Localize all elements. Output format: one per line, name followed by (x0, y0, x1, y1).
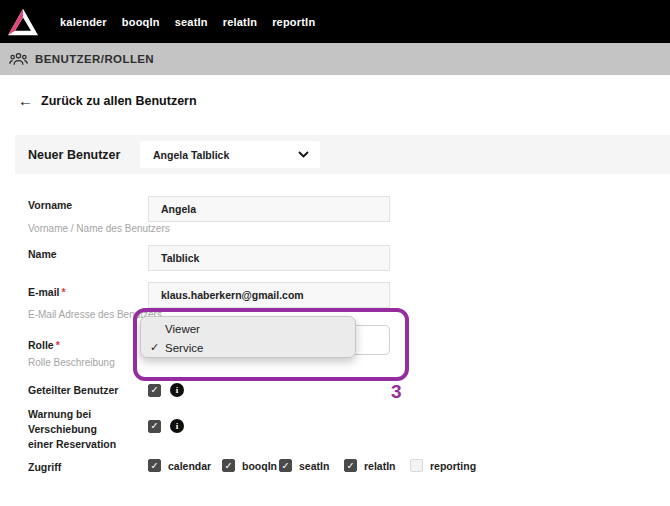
users-icon (9, 52, 28, 67)
zugriff-option-seatin: ✓ seatIn (279, 459, 329, 472)
section-header: BENUTZER/ROLLEN (0, 43, 670, 75)
calendar-checkbox[interactable]: ✓ (148, 459, 161, 472)
check-icon: ✓ (151, 385, 159, 395)
role-option-service[interactable]: ✓ Service (141, 338, 355, 357)
geteilter-benutzer-label: Geteilter Benutzer (28, 384, 118, 396)
nav-item-kalender[interactable]: kalender (60, 16, 107, 28)
new-user-panel: Neuer Benutzer Angela Talblick (15, 135, 670, 174)
zugriff-option-calendar: ✓ calendar (148, 459, 211, 472)
zugriff-label: Zugriff (28, 461, 61, 473)
warnung-label: Warnung bei Verschiebungeiner Reservatio… (28, 407, 148, 452)
zugriff-option-relatin: ✓ relatIn (344, 459, 396, 472)
rolle-helper: Rolle Beschreibung (28, 357, 115, 368)
role-dropdown-menu: Viewer ✓ Service (140, 316, 356, 358)
nav-menu: kalender booqIn seatIn relatIn reportIn (45, 16, 315, 28)
user-select[interactable]: Angela Talblick (140, 141, 320, 168)
back-link-label: Zurück zu allen Benutzern (41, 94, 197, 108)
zugriff-option-reporting: ✓ reporting (410, 459, 476, 472)
nav-item-reportin[interactable]: reportIn (272, 16, 315, 28)
app-logo[interactable] (8, 7, 38, 36)
zugriff-option-booqin: ✓ booqIn (222, 459, 277, 472)
rolle-required-mark: * (56, 339, 60, 351)
vorname-input[interactable] (148, 196, 390, 222)
reporting-checkbox[interactable]: ✓ (410, 459, 423, 472)
warnung-checkbox[interactable]: ✓ (148, 420, 161, 433)
new-user-label: Neuer Benutzer (28, 148, 120, 162)
annotation-step-number: 3 (391, 381, 402, 403)
warnung-controls: ✓ i (148, 419, 184, 433)
top-navbar: kalender booqIn seatIn relatIn reportIn (0, 0, 670, 43)
rolle-label: Rolle* (28, 339, 60, 351)
geteilter-benutzer-controls: ✓ i (148, 383, 184, 397)
booqin-checkbox[interactable]: ✓ (222, 459, 235, 472)
nav-item-booqin[interactable]: booqIn (122, 16, 160, 28)
vorname-label: Vorname (28, 199, 72, 211)
check-icon: ✓ (150, 341, 159, 354)
info-icon[interactable]: i (170, 383, 184, 397)
check-icon: ✓ (151, 421, 159, 431)
back-to-users-link[interactable]: ← Zurück zu allen Benutzern (18, 93, 197, 108)
email-label: E-mail* (28, 286, 66, 298)
page-title: BENUTZER/ROLLEN (35, 53, 154, 65)
nav-item-seatin[interactable]: seatIn (175, 16, 208, 28)
role-option-viewer[interactable]: Viewer (141, 319, 355, 338)
app-window: kalender booqIn seatIn relatIn reportIn … (0, 0, 670, 506)
info-icon[interactable]: i (170, 419, 184, 433)
seatin-checkbox[interactable]: ✓ (279, 459, 292, 472)
chevron-down-icon (298, 151, 309, 158)
nav-item-relatin[interactable]: relatIn (223, 16, 257, 28)
email-input[interactable] (148, 282, 390, 308)
user-select-value: Angela Talblick (153, 149, 298, 161)
back-arrow-icon: ← (18, 93, 33, 108)
name-input[interactable] (148, 245, 390, 271)
relatin-checkbox[interactable]: ✓ (344, 459, 357, 472)
email-required-mark: * (62, 286, 66, 298)
name-label: Name (28, 248, 57, 260)
triangle-logo-icon (8, 8, 38, 36)
geteilter-benutzer-checkbox[interactable]: ✓ (148, 384, 161, 397)
vorname-helper: Vorname / Name des Benutzers (28, 223, 170, 234)
